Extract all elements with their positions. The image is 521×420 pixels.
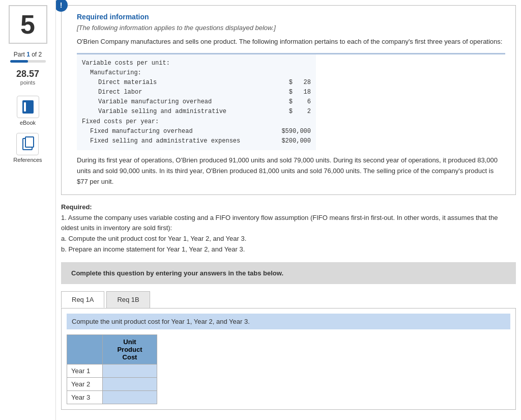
- copy-icon: [22, 138, 33, 150]
- tab-content-req1a: Compute the unit product cost for Year 1…: [61, 309, 516, 410]
- ebook-icon-box: [17, 96, 39, 118]
- table-row: Year 3: [67, 390, 157, 404]
- points-label: points: [20, 79, 35, 86]
- cost-row-8: Fixed manufacturing overhead $590,000: [82, 127, 311, 136]
- cost-row-4: Direct labor $ 18: [82, 88, 311, 97]
- references-icon-box: [16, 133, 39, 155]
- tabs-container: Req 1A Req 1B Compute the unit product c…: [61, 291, 516, 410]
- required-section: Required: 1. Assume the company uses var…: [61, 203, 516, 255]
- info-box: ! Required information [The following in…: [61, 5, 516, 195]
- table-row: Year 2: [67, 377, 157, 390]
- cost-table: Variable costs per unit: Manufacturing: …: [77, 54, 316, 151]
- unit-product-cost-header: Unit ProductCost: [103, 334, 157, 364]
- cost-row-2: Manufacturing:: [82, 68, 311, 78]
- sidebar: 5 Part 1 of 2 28.57 points eBook Referen…: [0, 0, 56, 420]
- year2-label: Year 2: [67, 377, 103, 390]
- year2-input-cell[interactable]: [103, 377, 157, 390]
- cost-table-wrapper: Variable costs per unit: Manufacturing: …: [77, 53, 505, 151]
- book-icon: [22, 100, 34, 114]
- question-number: 5: [9, 5, 47, 44]
- info-paragraph: During its first year of operations, O'B…: [77, 155, 505, 187]
- required-line1: 1. Assume the company uses variable cost…: [61, 213, 516, 234]
- year3-label: Year 3: [67, 390, 103, 404]
- references-label: References: [13, 157, 42, 163]
- info-title: Required information: [77, 13, 505, 21]
- required-line3: b. Prepare an income statement for Year …: [61, 244, 516, 255]
- info-icon: !: [56, 0, 68, 12]
- required-line2: a. Compute the unit product cost for Yea…: [61, 234, 516, 244]
- year3-input-cell[interactable]: [103, 390, 157, 404]
- cost-row-3: Direct materials $ 28: [82, 78, 311, 88]
- complete-box: Complete this question by entering your …: [61, 262, 516, 284]
- year2-input[interactable]: [107, 380, 153, 388]
- cost-row-1: Variable costs per unit:: [82, 59, 311, 68]
- tab-req1b[interactable]: Req 1B: [106, 291, 150, 308]
- ebook-label: eBook: [20, 120, 36, 126]
- year1-input-cell[interactable]: [103, 364, 157, 377]
- progress-bar-fill: [10, 60, 28, 63]
- tab-instruction: Compute the unit product cost for Year 1…: [67, 314, 510, 329]
- complete-text: Complete this question by entering your …: [71, 269, 283, 277]
- progress-bar: [10, 60, 46, 63]
- part-info: Part 1 of 2: [14, 51, 42, 58]
- ebook-button[interactable]: eBook: [17, 96, 39, 126]
- info-subtitle: [The following information applies to th…: [77, 24, 505, 32]
- main-content: ! Required information [The following in…: [56, 0, 521, 420]
- year1-label: Year 1: [67, 364, 103, 377]
- tab-req1a[interactable]: Req 1A: [61, 291, 104, 308]
- cost-row-9: Fixed selling and administrative expense…: [82, 136, 311, 146]
- cost-row-5: Variable manufacturing overhead $ 6: [82, 97, 311, 107]
- table-empty-header: [67, 334, 103, 364]
- cost-row-7: Fixed costs per year:: [82, 117, 311, 127]
- year1-input[interactable]: [107, 367, 153, 375]
- info-body: O'Brien Company manufactures and sells o…: [77, 37, 505, 47]
- table-row: Year 1: [67, 364, 157, 377]
- year3-input[interactable]: [107, 394, 153, 401]
- required-title: Required:: [61, 203, 516, 211]
- cost-row-6: Variable selling and administrative $ 2: [82, 107, 311, 117]
- tabs-header: Req 1A Req 1B: [61, 291, 516, 309]
- points-value: 28.57: [16, 69, 39, 79]
- unit-product-cost-table: Unit ProductCost Year 1 Year 2: [67, 334, 157, 404]
- references-button[interactable]: References: [13, 133, 42, 163]
